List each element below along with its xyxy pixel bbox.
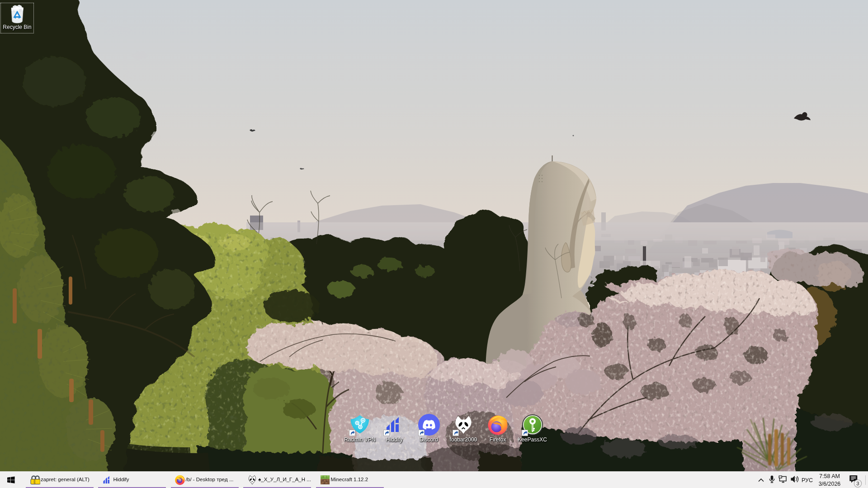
svg-text:3/6/2026: 3/6/2026 (819, 481, 841, 487)
svg-text:3: 3 (856, 481, 859, 486)
svg-text:РУС: РУС (802, 477, 813, 483)
svg-text:7:58 AM: 7:58 AM (819, 473, 840, 479)
